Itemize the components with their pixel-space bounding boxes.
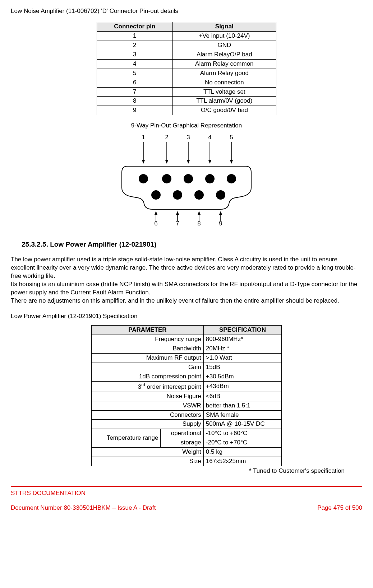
table-row: 8TTL alarm/0V (good) [97, 97, 276, 106]
footer-divider [11, 486, 362, 487]
svg-point-23 [216, 190, 225, 200]
table-row: ConnectorsSMA female [92, 410, 282, 420]
spec-caption: Low Power Amplifier (12-021901) Specific… [11, 312, 362, 321]
table-row: Supply500mA @ 10-15V DC [92, 420, 282, 429]
svg-text:7: 7 [176, 220, 179, 225]
spec-footnote: * Tuned to Customer's specification [28, 467, 345, 475]
pinout-header-pin: Connector pin [97, 22, 173, 31]
table-row: Maximum RF output>1.0 Watt [92, 354, 282, 363]
table-row: Temperature rangeoperational-10°C to +60… [92, 429, 282, 438]
svg-text:2: 2 [165, 134, 168, 141]
title-line: Low Noise Amplifier (11-006702) 'D' Conn… [11, 7, 362, 15]
svg-marker-11 [208, 160, 211, 164]
spec-table: PARAMETER SPECIFICATION Frequency range8… [91, 325, 282, 466]
table-row: 7TTL voltage set [97, 87, 276, 97]
diagram-caption: 9-Way Pin-Out Graphical Representation [11, 122, 362, 130]
svg-marker-25 [155, 211, 157, 215]
svg-text:1: 1 [142, 134, 145, 141]
connector-diagram: 9-Way Pin-Out Graphical Representation 1… [11, 122, 362, 225]
svg-point-16 [162, 174, 171, 183]
svg-point-22 [194, 190, 204, 200]
footer-docnum: Document Number 80-330501HBKM – Issue A … [11, 504, 156, 512]
svg-point-18 [205, 174, 215, 183]
table-row: VSWRbetter than 1.5:1 [92, 401, 282, 410]
table-row: 3rd order intercept point+43dBm [92, 382, 282, 392]
table-row: Bandwidth20MHz * [92, 344, 282, 354]
svg-marker-2 [142, 160, 145, 164]
svg-marker-8 [187, 160, 190, 164]
table-row: 6No connection [97, 78, 276, 87]
pinout-table: Connector pin Signal 1+Ve input (10-24V)… [97, 22, 276, 115]
table-row: Weight0.5 kg [92, 448, 282, 457]
section-heading: 25.3.2.5. Low Power Amplifier (12-021901… [22, 240, 362, 249]
table-row: 2GND [97, 41, 276, 50]
svg-text:5: 5 [230, 134, 233, 141]
table-row: Size167x52x25mm [92, 457, 282, 466]
spec-header-spec: SPECIFICATION [203, 326, 281, 335]
svg-text:4: 4 [208, 134, 211, 141]
table-row: 1dB compression point+30.5dBm [92, 372, 282, 382]
svg-point-17 [184, 174, 193, 183]
svg-point-21 [173, 190, 182, 200]
table-row: 9O/C good/0V bad [97, 106, 276, 115]
table-row: 5Alarm Relay good [97, 69, 276, 78]
svg-point-19 [227, 174, 236, 183]
footer-page: Page 475 of 500 [317, 504, 362, 512]
body-paragraph: The low power amplifier used is a triple… [11, 256, 362, 305]
svg-point-20 [151, 190, 161, 200]
svg-text:9: 9 [219, 220, 222, 225]
table-row: 4Alarm Relay common [97, 59, 276, 69]
svg-text:8: 8 [197, 220, 201, 225]
svg-point-15 [139, 174, 148, 183]
db9-connector-svg: 12345 6789 [118, 132, 255, 225]
spec-header-param: PARAMETER [92, 326, 204, 335]
table-row: 3Alarm RelayO/P bad [97, 50, 276, 59]
table-row: Frequency range800-960MHz* [92, 335, 282, 344]
footer-title: STTRS DOCUMENTATION [11, 489, 362, 498]
svg-marker-5 [165, 160, 168, 164]
svg-text:3: 3 [186, 134, 190, 141]
svg-marker-14 [230, 160, 233, 164]
svg-marker-31 [198, 211, 201, 215]
svg-marker-34 [219, 211, 222, 215]
svg-marker-28 [176, 211, 179, 215]
table-row: Noise Figure<6dB [92, 392, 282, 401]
pinout-header-signal: Signal [172, 22, 276, 31]
svg-text:6: 6 [154, 220, 157, 225]
table-row: 1+Ve input (10-24V) [97, 31, 276, 41]
table-row: Gain15dB [92, 363, 282, 372]
